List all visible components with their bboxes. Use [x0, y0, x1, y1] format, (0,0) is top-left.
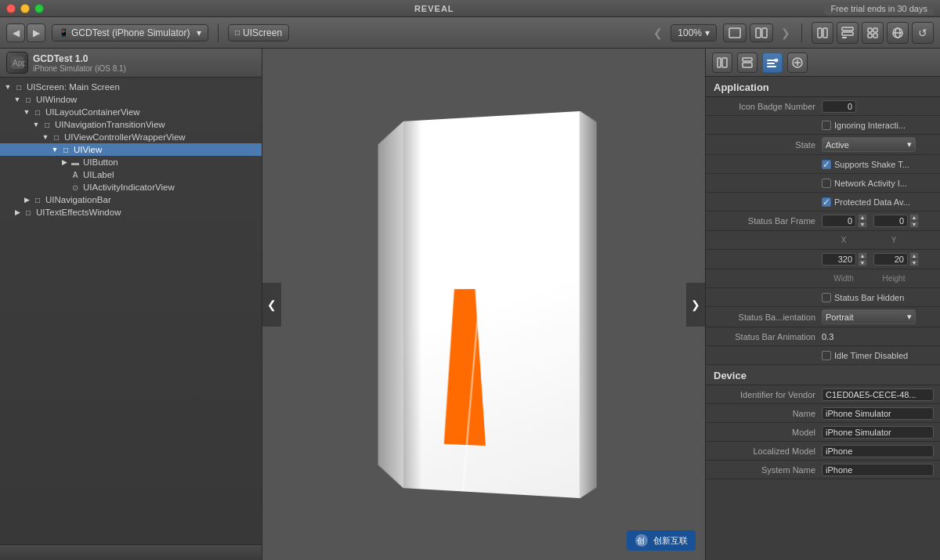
state-select[interactable]: Active ▾	[822, 137, 916, 152]
hierarchy-btn[interactable]	[837, 22, 859, 44]
back-button[interactable]: ◀	[6, 23, 25, 42]
svg-rect-1	[756, 28, 761, 38]
tree-item-uiviewwrapper[interactable]: ▼ □ UIViewControllerWrapperView	[0, 131, 262, 143]
protected-checkbox[interactable]: ✓	[822, 197, 831, 207]
tree-item-uinavbar[interactable]: ▶ □ UINavigationBar	[0, 193, 262, 206]
canvas-right-btn[interactable]: ❯	[686, 283, 705, 327]
uibutton-label: UIButton	[83, 157, 118, 167]
prop-localized-model: Localized Model	[706, 442, 940, 461]
network-checkbox[interactable]	[822, 179, 831, 188]
svg-text:创: 创	[637, 537, 645, 545]
statusbar-w-input[interactable]	[822, 253, 856, 266]
refresh-btn[interactable]: ↺	[912, 22, 934, 44]
uilayout-label: UILayoutContainerView	[45, 107, 140, 117]
tree-item-uitexteffects[interactable]: ▶ □ UITextEffectsWindow	[0, 206, 262, 219]
toolbar-separator-2	[801, 23, 802, 42]
app-selector-dropdown[interactable]: 📱 GCDTest (iPhone Simulator) ▾	[52, 24, 208, 42]
w-down[interactable]: ▼	[858, 259, 867, 266]
tree-item-uibutton[interactable]: ▶ ▬ UIButton	[0, 156, 262, 168]
tree-item-uilabel[interactable]: A UILabel	[0, 168, 262, 181]
shake-checkbox[interactable]: ✓	[822, 160, 831, 169]
panel-constraints-btn[interactable]	[787, 52, 808, 73]
protected-label: Protected Data Av...	[834, 197, 910, 207]
inspector-btn[interactable]	[812, 22, 833, 44]
code-btn[interactable]	[887, 22, 909, 44]
ignoring-checkbox[interactable]	[822, 121, 831, 130]
right-scroll-arrow[interactable]: ❯	[779, 27, 792, 39]
y-up[interactable]: ▲	[909, 214, 919, 221]
w-up[interactable]: ▲	[858, 252, 867, 259]
toggle-uiactivity[interactable]	[60, 182, 69, 192]
x-up[interactable]: ▲	[858, 214, 867, 221]
toggle-uilayout[interactable]: ▼	[22, 107, 31, 117]
zoom-display[interactable]: 100% ▾	[671, 24, 717, 42]
single-view-btn[interactable]	[723, 23, 747, 42]
h-stepper: ▲ ▼	[909, 252, 919, 266]
tree-item-uiactivity[interactable]: ⊙ UIActivityIndicatorView	[0, 181, 262, 193]
uiviewwrapper-icon: □	[50, 132, 63, 142]
toggle-uilabel[interactable]	[60, 170, 69, 179]
system-name-input[interactable]	[822, 464, 934, 476]
panel-inspector-btn[interactable]	[712, 52, 732, 73]
orientation-value: Portrait	[826, 313, 853, 322]
app-name: GCDTest 1.0	[33, 53, 126, 64]
layout-btn[interactable]	[862, 22, 884, 44]
device-name-input[interactable]	[822, 407, 934, 420]
window-controls[interactable]	[6, 4, 44, 13]
toggle-uibutton[interactable]: ▶	[60, 157, 69, 167]
split-view-btn[interactable]	[750, 23, 773, 42]
device-model-input[interactable]	[822, 426, 934, 439]
toolbar-separator-1	[218, 23, 219, 42]
forward-button[interactable]: ▶	[27, 23, 45, 42]
statusbar-h-input[interactable]	[873, 253, 908, 266]
minimize-button[interactable]	[20, 4, 30, 13]
toggle-uinavbar[interactable]: ▶	[22, 195, 31, 204]
tree-item-uinavtrans[interactable]: ▼ □ UINavigationTransitionView	[0, 118, 262, 131]
idle-timer-checkbox[interactable]	[822, 351, 831, 360]
h-up[interactable]: ▲	[909, 252, 919, 259]
label-icon-badge: Icon Badge Number	[712, 102, 822, 111]
watermark-text: 创新互联	[653, 535, 688, 547]
x-down[interactable]: ▼	[858, 221, 867, 228]
tree-item-uilayout[interactable]: ▼ □ UILayoutContainerView	[0, 106, 262, 118]
toggle-uiwindow[interactable]: ▼	[13, 95, 22, 104]
section-device: Device	[706, 365, 940, 385]
toggle-uinavtrans[interactable]: ▼	[31, 120, 41, 129]
toggle-uiview[interactable]: ▼	[50, 145, 60, 154]
svg-rect-3	[818, 28, 822, 38]
canvas-left-btn[interactable]: ❮	[262, 283, 281, 327]
statusbar-x-input[interactable]	[822, 215, 856, 227]
tree-item-uiscreen[interactable]: ▼ □ UIScreen: Main Screen	[0, 81, 262, 93]
svg-rect-9	[873, 28, 877, 32]
y-label: Y	[872, 236, 916, 244]
label-localized-model: Localized Model	[712, 446, 822, 456]
toggle-uiviewwrapper[interactable]: ▼	[41, 132, 50, 142]
maximize-button[interactable]	[34, 4, 44, 13]
orientation-select[interactable]: Portrait ▾	[822, 309, 916, 324]
prop-idle-timer: Idle Timer Disabled	[706, 346, 940, 365]
svg-rect-0	[729, 28, 740, 38]
sidebar-bottom-bar	[0, 544, 262, 560]
panel-properties-btn[interactable]	[762, 52, 783, 73]
panel-layout-btn[interactable]	[737, 52, 757, 73]
uinavbar-label: UINavigationBar	[45, 195, 111, 204]
icon-badge-input[interactable]	[822, 100, 856, 113]
statusbar-y-input[interactable]	[873, 215, 908, 227]
orientation-dropdown-icon: ▾	[907, 312, 912, 322]
tree-item-uiview[interactable]: ▼ □ UIView	[0, 143, 262, 156]
y-down[interactable]: ▼	[909, 221, 919, 228]
toggle-uiscreen[interactable]: ▼	[3, 82, 13, 92]
sidebar-header-info: GCDTest 1.0 iPhone Simulator (iOS 8.1)	[33, 53, 126, 73]
h-down[interactable]: ▼	[909, 259, 919, 266]
uibutton-icon: ▬	[69, 157, 81, 167]
vendor-id-input[interactable]	[822, 388, 934, 401]
app-selector-label: GCDTest (iPhone Simulator)	[71, 27, 190, 38]
localized-model-input[interactable]	[822, 445, 934, 457]
tree-item-uiwindow[interactable]: ▼ □ UIWindow	[0, 93, 262, 106]
left-scroll-arrow[interactable]: ❮	[652, 27, 664, 39]
statusbar-hidden-checkbox[interactable]	[822, 293, 831, 302]
close-button[interactable]	[6, 4, 16, 13]
uiwindow-icon: □	[22, 95, 34, 104]
label-system-name: System Name	[712, 465, 822, 475]
toggle-uitexteffects[interactable]: ▶	[13, 208, 22, 217]
